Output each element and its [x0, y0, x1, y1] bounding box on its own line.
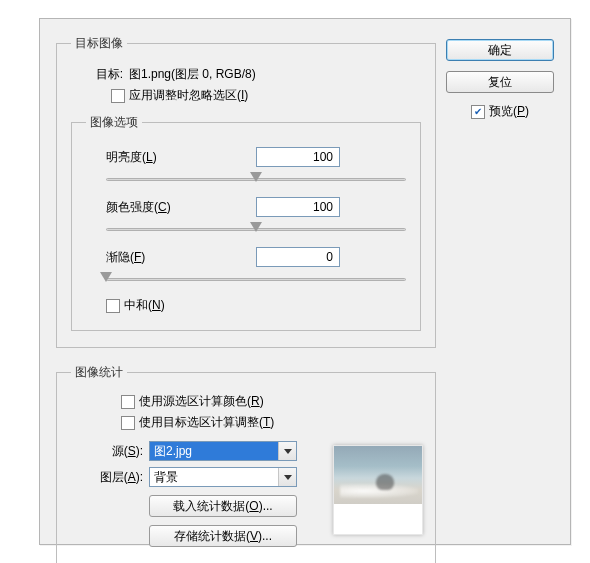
image-stats-legend: 图像统计 — [71, 364, 127, 381]
source-label: 源(S): — [71, 443, 149, 460]
thumbnail-image — [334, 446, 422, 504]
right-column: 确定 复位 预览(P) — [446, 39, 554, 120]
dialog: 确定 复位 预览(P) 目标图像 目标: 图1.png(图层 0, RGB/8)… — [39, 18, 571, 545]
intensity-thumb[interactable] — [250, 222, 262, 232]
fade-label: 渐隐(F) — [106, 249, 256, 266]
source-combo[interactable]: 图2.jpg — [149, 441, 297, 461]
use-target-sel-checkbox[interactable] — [121, 416, 135, 430]
target-label: 目标: — [91, 66, 129, 83]
layer-combo[interactable]: 背景 — [149, 467, 297, 487]
save-stats-button[interactable]: 存储统计数据(V)... — [149, 525, 297, 547]
source-thumbnail — [333, 445, 423, 535]
reset-button[interactable]: 复位 — [446, 71, 554, 93]
ok-button[interactable]: 确定 — [446, 39, 554, 61]
image-stats-group: 图像统计 使用源选区计算颜色(R) 使用目标选区计算调整(T) 源(S): 图2… — [56, 364, 436, 563]
preview-label: 预览(P) — [489, 103, 529, 120]
load-stats-button[interactable]: 载入统计数据(O)... — [149, 495, 297, 517]
luminance-label: 明亮度(L) — [106, 149, 256, 166]
fade-thumb[interactable] — [100, 272, 112, 282]
luminance-slider[interactable] — [106, 173, 406, 187]
luminance-input[interactable] — [256, 147, 340, 167]
fade-slider[interactable] — [106, 273, 406, 287]
ignore-selection-label: 应用调整时忽略选区(I) — [129, 87, 248, 104]
neutralize-label: 中和(N) — [124, 297, 165, 314]
intensity-slider[interactable] — [106, 223, 406, 237]
left-area: 目标图像 目标: 图1.png(图层 0, RGB/8) 应用调整时忽略选区(I… — [56, 35, 436, 563]
layer-value: 背景 — [150, 468, 278, 486]
target-image-group: 目标图像 目标: 图1.png(图层 0, RGB/8) 应用调整时忽略选区(I… — [56, 35, 436, 348]
preview-checkbox[interactable] — [471, 105, 485, 119]
use-source-sel-label: 使用源选区计算颜色(R) — [139, 393, 264, 410]
use-source-sel-checkbox[interactable] — [121, 395, 135, 409]
fade-input[interactable] — [256, 247, 340, 267]
intensity-input[interactable] — [256, 197, 340, 217]
target-value: 图1.png(图层 0, RGB/8) — [129, 66, 256, 83]
image-options-group: 图像选项 明亮度(L) 颜色强度(C) — [71, 114, 421, 331]
luminance-thumb[interactable] — [250, 172, 262, 182]
image-options-legend: 图像选项 — [86, 114, 142, 131]
chevron-down-icon[interactable] — [278, 468, 296, 486]
layer-label: 图层(A): — [71, 469, 149, 486]
neutralize-checkbox[interactable] — [106, 299, 120, 313]
ignore-selection-checkbox[interactable] — [111, 89, 125, 103]
source-value: 图2.jpg — [150, 442, 278, 460]
chevron-down-icon[interactable] — [278, 442, 296, 460]
target-image-legend: 目标图像 — [71, 35, 127, 52]
intensity-label: 颜色强度(C) — [106, 199, 256, 216]
use-target-sel-label: 使用目标选区计算调整(T) — [139, 414, 274, 431]
